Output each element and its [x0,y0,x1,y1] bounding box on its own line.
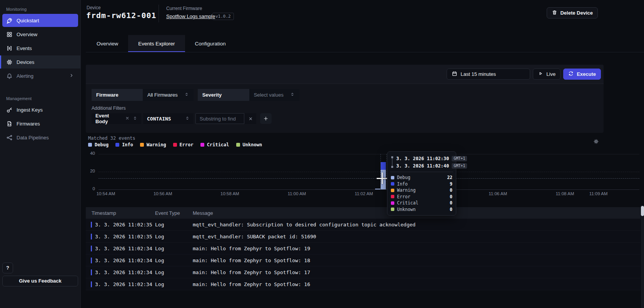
query-toolbar: Last 15 minutes Live Execute [86,65,604,84]
device-name: frdm-rw612-001 [86,11,157,20]
tooltip-time-to: 3. 3. 2026 11:02:40 [396,163,449,169]
sidebar-item-firmwares[interactable]: Firmwares [2,117,78,130]
legend-swatch [200,143,204,147]
table-row[interactable]: 3. 3. 2026 11:02:34Logmain: Hello from Z… [86,266,641,278]
cell-timestamp: 3. 3. 2026 11:02:34 [86,281,155,287]
legend-item-unknown[interactable]: Unknown [236,142,262,147]
live-label: Live [546,71,556,77]
filter-field-select[interactable]: Event Body [92,113,141,124]
timezone-badge: GMT+1 [452,163,467,169]
firmware-version-badge: v1.0.2 [212,13,234,20]
firmware-filter-value: All Firmwares [147,92,178,98]
filters-area: Firmware All Firmwares Severity Select v… [92,89,598,124]
y-axis-tick-label: 0 [86,186,95,191]
x-axis-tick-label: 10:56 AM [153,191,172,196]
timezone-badge: GMT+1 [452,156,467,161]
gridline-y40 [98,154,639,154]
cell-event-type: Log [155,281,193,287]
legend-item-info[interactable]: Info [115,142,133,147]
updown-chevrons-icon [185,116,190,122]
tab-configuration[interactable]: Configuration [185,35,236,52]
severity-filter-label: Severity [198,89,249,101]
app-window: MonitoringQuickstartOverviewEventsDevice… [0,0,644,308]
clear-substring-button[interactable] [245,113,256,124]
bar-segment-info[interactable] [380,162,386,170]
tab-overview[interactable]: Overview [87,35,128,52]
cell-timestamp: 3. 3. 2026 11:02:34 [86,258,155,263]
tooltip-swatch [391,195,394,198]
chart-plot-area[interactable] [98,154,639,189]
tooltip-time-from: 3. 3. 2026 11:02:30 [396,156,449,161]
events-histogram[interactable]: 0204010:54 AM10:56 AM10:58 AM11:00 AM11:… [86,152,641,199]
cell-message: mqtt_evt_handler: Subscription to desire… [193,222,641,228]
execute-button[interactable]: Execute [563,69,601,80]
tooltip-swatch [391,189,394,192]
table-row[interactable]: 3. 3. 2026 11:02:35Logmqtt_evt_handler: … [86,219,641,231]
chart-legend: DebugInfoWarningErrorCriticalUnknown [88,142,262,147]
tab-events-explorer[interactable]: Events Explorer [128,35,185,52]
legend-item-debug[interactable]: Debug [88,142,108,147]
bell-icon [6,73,13,79]
events-icon [6,45,13,52]
gear-icon[interactable] [593,139,599,146]
help-button[interactable]: ? [2,263,13,273]
sidebar-item-ingest-keys[interactable]: Ingest Keys [2,103,78,116]
delete-device-button[interactable]: Delete Device [547,7,598,18]
sidebar-item-data-pipelines[interactable]: Data Pipelines [2,131,78,144]
legend-swatch [140,143,144,147]
x-axis-tick-label: 11:09 AM [589,191,608,196]
filter-operator-select[interactable]: CONTAINS [143,113,194,124]
chevron-right-icon [69,73,74,79]
column-header-event-type[interactable]: Event Type [155,210,193,216]
table-scrollbar[interactable] [641,205,644,308]
legend-swatch [115,143,119,147]
x-axis-tick-label: 11:02 AM [355,191,373,196]
filter-field-value: Event Body [95,113,122,124]
clear-field-icon[interactable] [125,116,130,122]
sidebar-item-alerting[interactable]: Alerting [2,69,78,82]
sidebar-item-quickstart[interactable]: Quickstart [2,14,78,27]
sidebar-item-devices[interactable]: Devices [0,55,80,69]
tooltip-row-debug: Debug22 [391,174,452,181]
legend-label: Error [180,142,194,147]
table-row[interactable]: 3. 3. 2026 11:02:34Logmain: Hello from Z… [86,254,641,266]
legend-swatch [88,143,92,147]
time-range-button[interactable]: Last 15 minutes [447,69,530,80]
legend-item-warning[interactable]: Warning [140,142,166,147]
query-panel: Last 15 minutes Live Execute Firmware A [86,65,604,133]
tooltip-divider [390,172,453,172]
sidebar-item-label: Ingest Keys [17,107,43,113]
cell-event-type: Log [155,258,193,263]
sidebar-item-label: Overview [17,32,37,37]
column-header-timestamp[interactable]: Timestamp [86,210,155,216]
substring-input[interactable] [195,113,244,124]
hover-guide-line [380,154,381,189]
current-firmware-label: Current Firmware [166,6,202,11]
feedback-button[interactable]: Give us Feedback [2,276,78,286]
sidebar-item-label: Firmwares [17,121,40,127]
tooltip-row-unknown: Unknown0 [391,206,452,213]
add-filter-button[interactable] [260,113,272,124]
firmware-link[interactable]: Spotflow Logs sample [166,13,215,19]
table-row[interactable]: 3. 3. 2026 11:02:35Logmqtt_evt_handler: … [86,231,641,243]
table-row[interactable]: 3. 3. 2026 11:02:34Logmain: Hello from Z… [86,243,641,254]
updown-chevrons-icon [184,92,189,98]
tooltip-swatch [391,176,394,179]
tooltip-severity-label: Error [397,194,447,199]
legend-label: Warning [147,142,166,147]
scrollbar-thumb[interactable] [641,206,644,216]
tooltip-severity-label: Info [397,181,447,187]
updown-chevrons-icon [133,116,137,122]
legend-label: Info [122,142,133,147]
sidebar-item-label: Devices [17,59,34,65]
table-row[interactable]: 3. 3. 2026 11:02:34Logmain: Hello from Z… [86,278,641,290]
legend-item-critical[interactable]: Critical [200,142,229,147]
sidebar-item-overview[interactable]: Overview [2,28,78,41]
bar-segment-debug[interactable] [375,189,380,189]
legend-item-error[interactable]: Error [173,142,194,147]
firmware-filter-select[interactable]: All Firmwares [143,89,194,101]
sidebar-item-events[interactable]: Events [2,42,78,55]
tooltip-swatch [391,201,394,205]
live-button[interactable]: Live [533,69,561,80]
severity-filter-select[interactable]: Select values [249,89,299,101]
